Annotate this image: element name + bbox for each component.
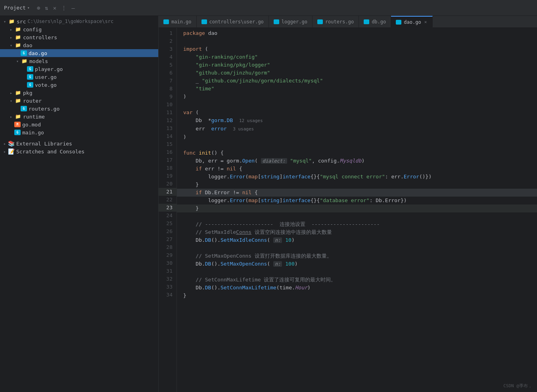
sidebar-item-controllers[interactable]: controllers (0, 33, 158, 41)
ln-23: 23 (159, 204, 176, 212)
sidebar-item-dao-go[interactable]: dao.go (0, 49, 158, 57)
ln-21: 21 (159, 188, 176, 196)
ln-25: 25 (159, 220, 176, 228)
router-label: router (23, 98, 42, 104)
project-dropdown-icon[interactable]: ▾ (27, 6, 30, 10)
ln-28: 28 (159, 243, 176, 251)
pkg-label: pkg (23, 90, 32, 96)
go-icon-routers (21, 106, 27, 111)
sidebar-item-external-libraries[interactable]: 📚 External Libraries (0, 140, 158, 147)
ln-9: 9 (159, 93, 176, 101)
code-line-13: err error 3 usages (177, 125, 537, 133)
folder-icon-runtime (14, 113, 21, 120)
title-bar: Project ▾ ⊕ ⇅ ✕ ⋮ — (0, 0, 537, 16)
minimize-icon[interactable]: — (71, 5, 75, 11)
arrow-external (2, 140, 8, 147)
tab-routers-go[interactable]: routers.go (313, 16, 359, 27)
sidebar-item-main-go[interactable]: main.go (0, 128, 158, 136)
dao-go-label: dao.go (29, 50, 47, 56)
dao-folder-label: dao (23, 42, 32, 48)
main-go-label: main.go (22, 130, 44, 136)
code-line-26: // SetMaxIdleConns 设置空闲连接池中连接的最大数量 (177, 228, 537, 236)
code-editor[interactable]: 1 2 3 4 5 6 7 8 9 10 11 12 13 14 15 16 1… (159, 28, 537, 392)
ln-24: 24 (159, 212, 176, 220)
code-line-3: import ( (177, 45, 537, 53)
vote-go-label: vote.go (35, 82, 57, 88)
tab-logger-go[interactable]: logger.go (269, 16, 313, 27)
code-content[interactable]: package dao import ( "gin-ranking/config… (177, 28, 537, 392)
sidebar-item-routers-go[interactable]: routers.go (0, 105, 158, 113)
code-line-4: "gin-ranking/config" (177, 53, 537, 61)
ln-22: 22 (159, 196, 176, 204)
sidebar-item-config[interactable]: config (0, 25, 158, 33)
config-label: config (23, 27, 42, 33)
controllers-label: controllers (23, 34, 57, 40)
ln-7: 7 (159, 77, 176, 85)
code-line-15 (177, 141, 537, 149)
sidebar-item-router-folder[interactable]: router (0, 97, 158, 105)
sidebar-item-scratches[interactable]: 📝 Scratches and Consoles (0, 147, 158, 155)
ln-27: 27 (159, 235, 176, 243)
mod-icon-go (14, 122, 21, 127)
code-line-17: Db, err = gorm.Open( dialect: "mysql", c… (177, 157, 537, 165)
sidebar-item-player-go[interactable]: player.go (0, 65, 158, 73)
editor-area: main.go controllers\user.go logger.go ro… (159, 16, 537, 392)
code-line-7: _ "github.com/jinzhu/gorm/dialects/mysql… (177, 77, 537, 85)
ln-34: 34 (159, 291, 176, 299)
tab-label-routers: routers.go (325, 19, 354, 25)
ln-5: 5 (159, 61, 176, 69)
close-icon[interactable]: ✕ (53, 5, 56, 11)
routers-go-label: routers.go (29, 106, 59, 112)
tab-label-main: main.go (171, 19, 192, 25)
code-line-23: } (177, 205, 537, 212)
tab-icon-controllers (201, 19, 207, 24)
sidebar-item-models[interactable]: models (0, 57, 158, 65)
folder-icon-dao (14, 42, 21, 48)
go-icon-player (27, 66, 33, 72)
tab-label-db: db.go (372, 19, 386, 25)
code-line-14: ) (177, 133, 537, 141)
runtime-label: runtime (23, 114, 45, 120)
tab-controllers-user-go[interactable]: controllers\user.go (197, 16, 269, 27)
ln-32: 32 (159, 275, 176, 283)
tab-main-go[interactable]: main.go (159, 16, 197, 27)
sidebar-item-runtime[interactable]: runtime (0, 113, 158, 120)
sidebar-item-src[interactable]: src C:\Users\nlp_1\goWorkspace\src (0, 17, 158, 25)
ln-4: 4 (159, 53, 176, 61)
arrow-pkg (8, 90, 14, 96)
code-line-24 (177, 212, 537, 220)
scratches-icon: 📝 (8, 148, 15, 155)
ln-20: 20 (159, 180, 176, 188)
ln-17: 17 (159, 156, 176, 164)
ln-31: 31 (159, 267, 176, 275)
code-line-21: if Db.Error != nil { (177, 189, 537, 197)
code-line-2 (177, 37, 537, 45)
go-mod-label: go.mod (22, 122, 41, 128)
ln-6: 6 (159, 69, 176, 77)
folder-icon-router (14, 98, 21, 104)
tab-close-dao[interactable]: ✕ (424, 19, 428, 25)
folder-icon-pkg (14, 90, 21, 96)
sidebar-item-user-go[interactable]: user.go (0, 73, 158, 81)
sidebar-item-dao-folder[interactable]: dao (0, 41, 158, 49)
sidebar-item-go-mod[interactable]: go.mod (0, 120, 158, 128)
code-line-31 (177, 268, 537, 276)
code-line-16: func init() { (177, 149, 537, 157)
ln-18: 18 (159, 164, 176, 172)
arrow-dao (8, 42, 14, 48)
sidebar-item-pkg[interactable]: pkg (0, 89, 158, 97)
add-icon[interactable]: ⊕ (37, 5, 40, 11)
tab-db-go[interactable]: db.go (359, 16, 391, 27)
navigate-icon[interactable]: ⇅ (45, 5, 48, 11)
go-icon-vote (27, 82, 33, 88)
ln-2: 2 (159, 37, 176, 45)
project-label[interactable]: Project ▾ (4, 5, 30, 11)
more-icon[interactable]: ⋮ (61, 5, 67, 11)
ln-19: 19 (159, 172, 176, 180)
tab-dao-go[interactable]: dao.go ✕ (391, 16, 433, 27)
watermark: CSDN @季布， (503, 383, 532, 389)
ln-16: 16 (159, 148, 176, 156)
title-bar-left: Project ▾ ⊕ ⇅ ✕ ⋮ — (4, 5, 83, 11)
sidebar-item-vote-go[interactable]: vote.go (0, 81, 158, 89)
folder-icon-src (8, 18, 15, 25)
